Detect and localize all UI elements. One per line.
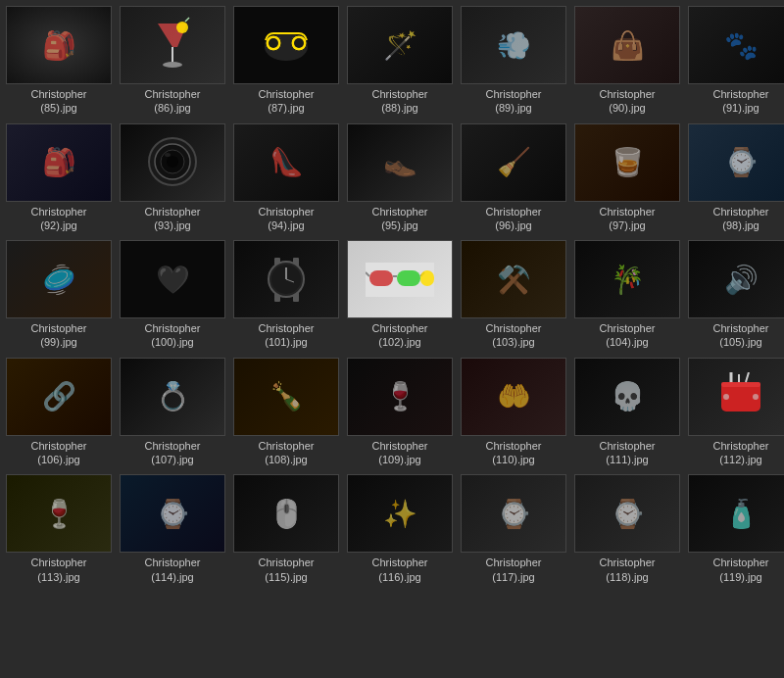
thumbnail-94: 👠 bbox=[233, 123, 339, 202]
file-grid: 🎒 Christopher(85).jpg Christopher(86).jp… bbox=[0, 0, 784, 590]
list-item[interactable]: 💀 Christopher(111).jpg bbox=[572, 356, 682, 469]
thumbnail-86 bbox=[120, 6, 225, 84]
thumbnail-96: 🧹 bbox=[461, 123, 566, 202]
list-item[interactable]: 💨 Christopher(89).jpg bbox=[459, 4, 568, 118]
file-label-103: Christopher(103).jpg bbox=[486, 321, 542, 350]
list-item[interactable]: Christopher(93).jpg bbox=[118, 121, 227, 235]
thumbnail-89: 💨 bbox=[461, 6, 566, 84]
thumbnail-102 bbox=[347, 240, 453, 318]
thumbnail-115: 🖱️ bbox=[233, 474, 339, 553]
thumbnail-109: 🍷 bbox=[347, 358, 453, 436]
thumbnail-99: 🥏 bbox=[6, 240, 112, 318]
thumbnail-101 bbox=[233, 240, 339, 318]
svg-rect-25 bbox=[397, 270, 420, 286]
list-item[interactable]: Christopher(102).jpg bbox=[345, 238, 455, 352]
file-label-116: Christopher(116).jpg bbox=[372, 556, 428, 584]
thumbnail-85: 🎒 bbox=[6, 6, 112, 84]
file-label-118: Christopher(118).jpg bbox=[600, 556, 656, 584]
list-item[interactable]: 🪄 Christopher(88).jpg bbox=[345, 4, 455, 118]
svg-point-36 bbox=[753, 394, 759, 400]
file-label-86: Christopher(86).jpg bbox=[145, 87, 201, 116]
file-label-106: Christopher(106).jpg bbox=[31, 439, 87, 467]
list-item[interactable]: 🎒 Christopher(85).jpg bbox=[4, 4, 114, 118]
file-label-112: Christopher(112).jpg bbox=[713, 439, 769, 467]
thumbnail-108: 🍾 bbox=[233, 358, 339, 436]
svg-line-4 bbox=[185, 18, 189, 22]
list-item[interactable]: 👞 Christopher(95).jpg bbox=[345, 121, 455, 235]
thumbnail-114: ⌚ bbox=[120, 474, 225, 553]
list-item[interactable]: 🖤 Christopher(100).jpg bbox=[118, 238, 227, 352]
list-item[interactable]: 🍾 Christopher(108).jpg bbox=[231, 356, 341, 469]
thumbnail-98: ⌚ bbox=[688, 123, 784, 202]
list-item[interactable]: 🥃 Christopher(97).jpg bbox=[572, 121, 682, 235]
file-label-89: Christopher(89).jpg bbox=[486, 87, 542, 116]
thumbnail-119: 🧴 bbox=[688, 474, 784, 553]
file-label-91: Christopher(91).jpg bbox=[713, 87, 769, 116]
list-item[interactable]: 🤲 Christopher(110).jpg bbox=[459, 356, 568, 469]
file-label-114: Christopher(114).jpg bbox=[145, 556, 201, 584]
thumbnail-111: 💀 bbox=[574, 358, 680, 436]
list-item[interactable]: Christopher(87).jpg bbox=[231, 4, 341, 118]
list-item[interactable]: 🧹 Christopher(96).jpg bbox=[459, 121, 568, 235]
list-item[interactable]: 👠 Christopher(94).jpg bbox=[231, 121, 341, 235]
file-label-107: Christopher(107).jpg bbox=[145, 439, 201, 467]
file-label-101: Christopher(101).jpg bbox=[259, 321, 315, 350]
list-item[interactable]: 🔗 Christopher(106).jpg bbox=[4, 356, 114, 469]
svg-line-34 bbox=[746, 372, 749, 382]
list-item[interactable]: 🎋 Christopher(104).jpg bbox=[572, 238, 682, 352]
svg-point-2 bbox=[163, 62, 182, 68]
file-label-100: Christopher(100).jpg bbox=[145, 321, 201, 350]
file-label-115: Christopher(115).jpg bbox=[259, 556, 315, 584]
list-item[interactable]: ⌚ Christopher(114).jpg bbox=[118, 472, 227, 586]
file-label-102: Christopher(102).jpg bbox=[372, 321, 428, 350]
file-label-113: Christopher(113).jpg bbox=[31, 556, 87, 584]
list-item[interactable]: ⌚ Christopher(98).jpg bbox=[686, 121, 784, 235]
list-item[interactable]: 🖱️ Christopher(115).jpg bbox=[231, 472, 341, 586]
thumbnail-100: 🖤 bbox=[120, 240, 225, 318]
thumbnail-118: ⌚ bbox=[574, 474, 680, 553]
file-label-92: Christopher(92).jpg bbox=[31, 205, 87, 233]
file-label-96: Christopher(96).jpg bbox=[486, 205, 542, 233]
file-label-105: Christopher(105).jpg bbox=[713, 321, 769, 350]
list-item[interactable]: ⌚ Christopher(118).jpg bbox=[572, 472, 682, 586]
list-item[interactable]: ✨ Christopher(116).jpg bbox=[345, 472, 455, 586]
file-label-94: Christopher(94).jpg bbox=[259, 205, 315, 233]
thumbnail-103: ⚒️ bbox=[461, 240, 566, 318]
list-item[interactable]: 🎒 Christopher(92).jpg bbox=[4, 121, 114, 235]
list-item[interactable]: 🥏 Christopher(99).jpg bbox=[4, 238, 114, 352]
list-item[interactable]: Christopher(101).jpg bbox=[231, 238, 341, 352]
thumbnail-105: 🔊 bbox=[688, 240, 784, 318]
file-label-93: Christopher(93).jpg bbox=[145, 205, 201, 233]
thumbnail-117: ⌚ bbox=[461, 474, 566, 553]
svg-point-13 bbox=[167, 156, 178, 168]
list-item[interactable]: ⌚ Christopher(117).jpg bbox=[459, 472, 568, 586]
list-item[interactable]: 🔊 Christopher(105).jpg bbox=[686, 238, 784, 352]
svg-rect-24 bbox=[369, 270, 393, 286]
list-item[interactable]: ⚒️ Christopher(103).jpg bbox=[459, 238, 568, 352]
thumbnail-93 bbox=[120, 123, 225, 202]
thumbnail-90: 👜 bbox=[574, 6, 680, 84]
svg-rect-29 bbox=[420, 270, 434, 286]
file-label-117: Christopher(117).jpg bbox=[486, 556, 542, 584]
list-item[interactable]: 💍 Christopher(107).jpg bbox=[118, 356, 227, 469]
file-label-87: Christopher(87).jpg bbox=[259, 87, 315, 116]
file-label-98: Christopher(98).jpg bbox=[713, 205, 769, 233]
thumbnail-91: 🐾 bbox=[688, 6, 784, 84]
thumbnail-92: 🎒 bbox=[6, 123, 112, 202]
thumbnail-88: 🪄 bbox=[347, 6, 453, 84]
list-item[interactable]: 🐾 Christopher(91).jpg bbox=[686, 4, 784, 118]
list-item[interactable]: 🍷 Christopher(113).jpg bbox=[4, 472, 114, 586]
file-label-90: Christopher(90).jpg bbox=[600, 87, 656, 116]
svg-point-3 bbox=[176, 22, 188, 33]
svg-point-14 bbox=[165, 153, 171, 157]
thumbnail-95: 👞 bbox=[347, 123, 453, 202]
thumbnail-116: ✨ bbox=[347, 474, 453, 553]
list-item[interactable]: Christopher(86).jpg bbox=[118, 4, 227, 118]
file-label-88: Christopher(88).jpg bbox=[372, 87, 428, 116]
list-item[interactable]: 🍷 Christopher(109).jpg bbox=[345, 356, 455, 469]
list-item[interactable]: Christopher(112).jpg bbox=[686, 356, 784, 469]
list-item[interactable]: 🧴 Christopher(119).jpg bbox=[686, 472, 784, 586]
file-label-95: Christopher(95).jpg bbox=[372, 205, 428, 233]
list-item[interactable]: 👜 Christopher(90).jpg bbox=[572, 4, 682, 118]
thumbnail-87 bbox=[233, 6, 339, 84]
